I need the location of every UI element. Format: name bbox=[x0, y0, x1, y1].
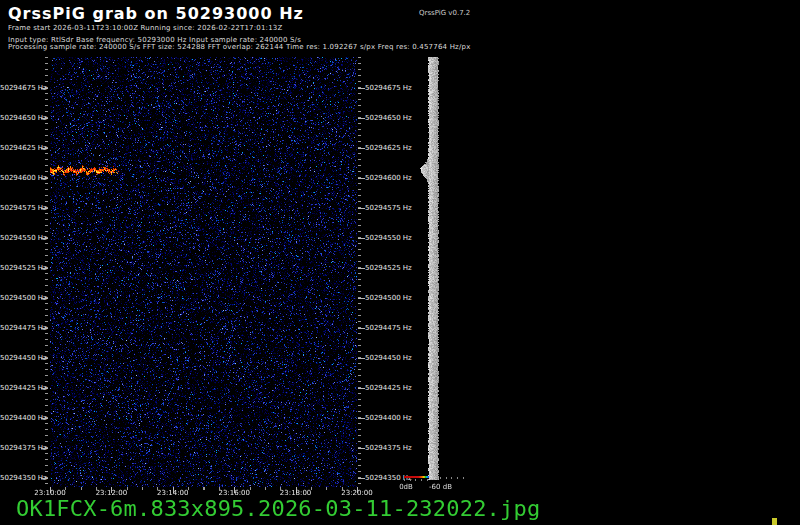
db-label-minus60: -60 dB bbox=[424, 483, 457, 491]
freq-major-tick bbox=[41, 358, 48, 359]
page-title: QrssPiG grab on 50293000 Hz bbox=[8, 4, 304, 23]
freq-major-tick bbox=[358, 268, 365, 269]
freq-axis-right-minor-ticks bbox=[358, 57, 361, 487]
freq-label: 50294375 Hz bbox=[365, 444, 411, 452]
spectrum-strip-canvas bbox=[420, 57, 464, 480]
freq-label: 50294625 Hz bbox=[365, 144, 411, 152]
freq-major-tick bbox=[358, 358, 365, 359]
freq-label: 50294625 Hz bbox=[0, 144, 40, 152]
db-axis-ticks-right bbox=[440, 477, 464, 479]
freq-label: 50294475 Hz bbox=[0, 324, 40, 332]
freq-label: 50294400 Hz bbox=[365, 414, 411, 422]
freq-label: 50294550 Hz bbox=[0, 234, 40, 242]
freq-label: 50294525 Hz bbox=[365, 264, 411, 272]
freq-label: 50294450 Hz bbox=[365, 354, 411, 362]
freq-label: 50294450 Hz bbox=[0, 354, 40, 362]
freq-label: 50294575 Hz bbox=[0, 204, 40, 212]
freq-major-tick bbox=[358, 388, 365, 389]
freq-major-tick bbox=[358, 448, 365, 449]
freq-label: 50294600 Hz bbox=[365, 174, 411, 182]
frame-info-line: Frame start 2026-03-11T23:10:00Z Running… bbox=[8, 24, 282, 32]
freq-major-tick bbox=[41, 88, 48, 89]
processing-info-line: Processing sample rate: 240000 S/s FFT s… bbox=[8, 43, 471, 51]
freq-label: 50294650 Hz bbox=[365, 114, 411, 122]
freq-major-tick bbox=[41, 268, 48, 269]
freq-label: 50294500 Hz bbox=[0, 294, 40, 302]
freq-major-tick bbox=[41, 298, 48, 299]
freq-major-tick bbox=[358, 238, 365, 239]
version-label: QrssPiG v0.7.2 bbox=[419, 9, 470, 17]
db-label-0: 0dB bbox=[394, 483, 418, 491]
filename-caption: OK1FCX-6m.833x895.2026-03-11-232022.jpg bbox=[16, 497, 540, 520]
freq-label: 50294525 Hz bbox=[0, 264, 40, 272]
freq-label: 50294350 Hz bbox=[0, 474, 40, 482]
freq-major-tick bbox=[41, 178, 48, 179]
freq-major-tick bbox=[41, 148, 48, 149]
waterfall-spectrogram-canvas bbox=[50, 57, 357, 487]
freq-label: 50294650 Hz bbox=[0, 114, 40, 122]
freq-major-tick bbox=[41, 118, 48, 119]
freq-label: 50294675 Hz bbox=[0, 84, 40, 92]
freq-major-tick bbox=[358, 208, 365, 209]
freq-major-tick bbox=[358, 298, 365, 299]
freq-major-tick bbox=[41, 208, 48, 209]
freq-label: 50294375 Hz bbox=[0, 444, 40, 452]
freq-label: 50294600 Hz bbox=[0, 174, 40, 182]
freq-major-tick bbox=[41, 328, 48, 329]
freq-major-tick bbox=[41, 238, 48, 239]
freq-label: 50294475 Hz bbox=[365, 324, 411, 332]
freq-major-tick bbox=[358, 418, 365, 419]
freq-label: 50294425 Hz bbox=[0, 384, 40, 392]
freq-major-tick bbox=[358, 118, 365, 119]
freq-major-tick bbox=[358, 88, 365, 89]
freq-major-tick bbox=[41, 448, 48, 449]
corner-marker bbox=[772, 518, 777, 525]
db-axis-ticks-left bbox=[404, 479, 429, 481]
freq-label: 50294675 Hz bbox=[365, 84, 411, 92]
freq-label: 50294400 Hz bbox=[0, 414, 40, 422]
freq-major-tick bbox=[41, 418, 48, 419]
freq-major-tick bbox=[358, 328, 365, 329]
freq-label: 50294500 Hz bbox=[365, 294, 411, 302]
freq-major-tick bbox=[358, 148, 365, 149]
freq-label: 50294550 Hz bbox=[365, 234, 411, 242]
qrsspig-grab-screen: QrssPiG grab on 50293000 Hz QrssPiG v0.7… bbox=[0, 0, 800, 525]
freq-label: 50294425 Hz bbox=[365, 384, 411, 392]
freq-major-tick bbox=[41, 388, 48, 389]
freq-major-tick bbox=[41, 478, 48, 479]
freq-label: 50294575 Hz bbox=[365, 204, 411, 212]
db-colormap-legend bbox=[404, 476, 429, 478]
freq-major-tick bbox=[358, 178, 365, 179]
freq-major-tick bbox=[358, 478, 365, 479]
